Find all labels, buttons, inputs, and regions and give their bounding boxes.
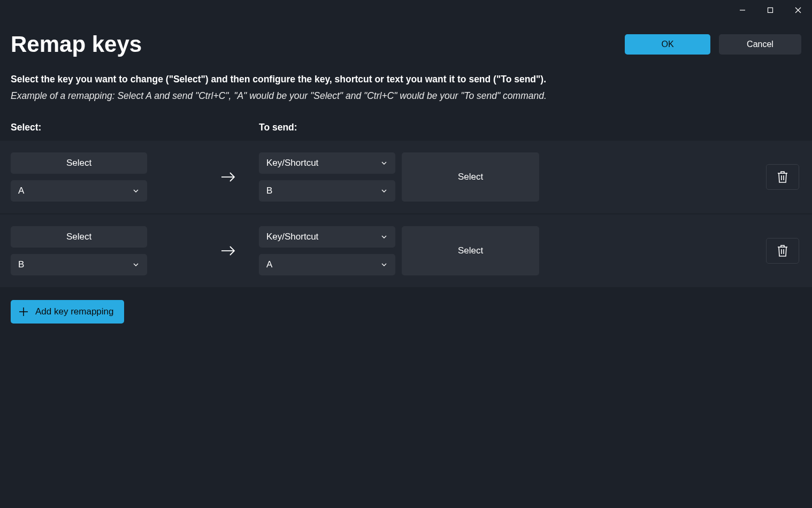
select-column: Select A — [11, 152, 198, 202]
chevron-down-icon — [380, 261, 388, 268]
cancel-button[interactable]: Cancel — [719, 34, 801, 55]
arrow-column — [198, 171, 259, 183]
minimize-button[interactable] — [729, 0, 756, 20]
header-actions: OK Cancel — [625, 34, 801, 55]
select-key-value: A — [18, 186, 24, 196]
select-key-dropdown[interactable]: B — [11, 254, 147, 275]
select-column: Select B — [11, 226, 198, 275]
close-icon — [795, 7, 801, 13]
column-header-select: Select: — [11, 122, 259, 133]
to-send-left: Key/Shortcut B — [259, 152, 395, 202]
to-send-key-dropdown[interactable]: A — [259, 254, 395, 275]
window-titlebar — [0, 0, 812, 20]
remap-row: Select B Key/Shortcut — [0, 214, 812, 288]
delete-row-button[interactable] — [766, 164, 799, 190]
main-content: Remap keys OK Cancel Select the key you … — [0, 20, 812, 324]
delete-row-button[interactable] — [766, 238, 799, 264]
minimize-icon — [739, 7, 746, 13]
to-send-type-value: Key/Shortcut — [266, 232, 318, 242]
trash-icon — [777, 171, 788, 183]
example-text: Example of a remapping: Select A and sen… — [11, 90, 801, 102]
to-send-key-dropdown[interactable]: B — [259, 180, 395, 202]
to-send-column: Key/Shortcut B Select — [259, 152, 539, 202]
add-row: Add key remapping — [11, 300, 801, 324]
chevron-down-icon — [380, 159, 388, 167]
arrow-right-icon — [220, 245, 236, 257]
delete-column — [766, 238, 801, 264]
add-remapping-label: Add key remapping — [35, 306, 113, 317]
close-button[interactable] — [784, 0, 812, 20]
remap-row: Select A Key/Shortcut — [0, 141, 812, 214]
select-key-value: B — [18, 259, 24, 270]
column-headers: Select: To send: — [11, 122, 801, 133]
select-key-button[interactable]: Select — [11, 226, 147, 248]
chevron-down-icon — [380, 233, 388, 241]
column-header-to-send: To send: — [259, 122, 297, 133]
description-text: Select the key you want to change ("Sele… — [11, 74, 801, 85]
chevron-down-icon — [132, 261, 140, 268]
chevron-down-icon — [380, 187, 388, 195]
to-send-type-dropdown[interactable]: Key/Shortcut — [259, 152, 395, 174]
chevron-down-icon — [132, 187, 140, 195]
trash-icon — [777, 244, 788, 257]
add-remapping-button[interactable]: Add key remapping — [11, 300, 124, 324]
to-send-select-button[interactable]: Select — [402, 152, 539, 202]
arrow-right-icon — [220, 171, 236, 183]
to-send-left: Key/Shortcut A — [259, 226, 395, 275]
arrow-column — [198, 245, 259, 257]
to-send-type-dropdown[interactable]: Key/Shortcut — [259, 226, 395, 248]
svg-rect-1 — [768, 8, 773, 13]
maximize-icon — [767, 7, 773, 13]
maximize-button[interactable] — [756, 0, 784, 20]
to-send-column: Key/Shortcut A Select — [259, 226, 539, 275]
page-title: Remap keys — [11, 31, 142, 58]
plus-icon — [18, 306, 29, 317]
remap-rows: Select A Key/Shortcut — [0, 141, 812, 288]
ok-button[interactable]: OK — [625, 34, 710, 55]
select-key-dropdown[interactable]: A — [11, 180, 147, 202]
select-key-button[interactable]: Select — [11, 152, 147, 174]
to-send-key-value: B — [266, 186, 272, 196]
delete-column — [766, 164, 801, 190]
to-send-key-value: A — [266, 259, 272, 270]
to-send-select-button[interactable]: Select — [402, 226, 539, 275]
to-send-type-value: Key/Shortcut — [266, 158, 318, 168]
header-row: Remap keys OK Cancel — [11, 31, 801, 58]
